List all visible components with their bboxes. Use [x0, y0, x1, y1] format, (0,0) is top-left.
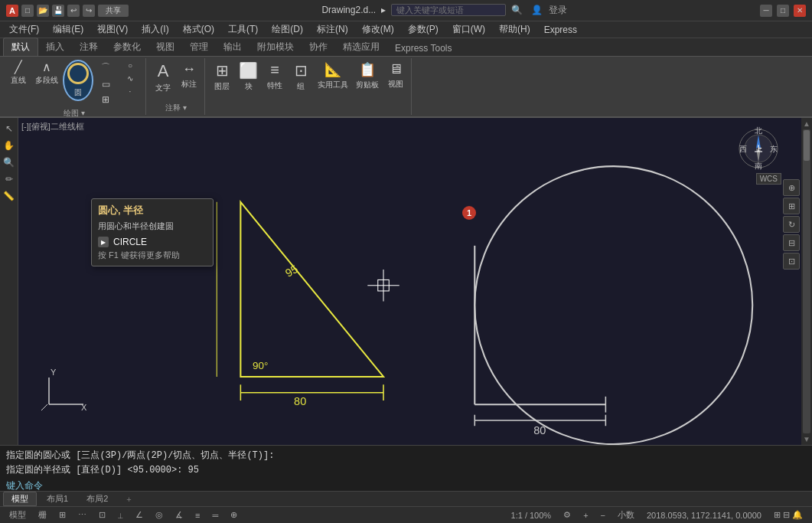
nav-btn-4[interactable]: ⊟	[783, 234, 800, 251]
block-label: 块	[245, 81, 253, 92]
ribbon-btn-ellipse[interactable]: ○	[118, 60, 142, 71]
v-scrollbar[interactable]: ▲ ▼	[801, 118, 812, 445]
minimize-btn[interactable]: ─	[760, 5, 772, 17]
menu-file[interactable]: 文件(F)	[3, 21, 45, 38]
tab-featured[interactable]: 精选应用	[335, 38, 387, 56]
cmd-input[interactable]	[46, 481, 806, 492]
user-icon[interactable]: 👤	[531, 5, 543, 15]
tab-output[interactable]: 输出	[216, 38, 249, 56]
status-gear[interactable]: ⚙	[560, 510, 574, 520]
search-icon[interactable]: 🔍	[511, 5, 523, 15]
tab-view[interactable]: 视图	[148, 38, 182, 56]
ribbon-btn-hatch[interactable]: ⊞	[95, 93, 116, 106]
ribbon-btn-dimension[interactable]: ↔ 标注	[177, 60, 201, 91]
maximize-btn[interactable]: □	[777, 5, 789, 17]
ribbon-btn-group[interactable]: ⊡ 组	[289, 60, 313, 93]
menu-tools[interactable]: 工具(T)	[222, 21, 264, 38]
status-model[interactable]: 模型	[6, 509, 29, 521]
ribbon-btn-block[interactable]: ⬜ 块	[236, 60, 261, 93]
login-label[interactable]: 登录	[549, 5, 567, 15]
status-decimal[interactable]: 小数	[615, 509, 638, 521]
layout-tab-1[interactable]: 布局1	[38, 492, 77, 506]
tab-manage[interactable]: 管理	[182, 38, 216, 56]
tab-default[interactable]: 默认	[3, 38, 38, 56]
ribbon-btn-point[interactable]: ·	[118, 86, 142, 97]
undo-btn[interactable]: ↩	[67, 5, 80, 17]
scroll-thumb[interactable]	[804, 130, 810, 161]
ribbon-btn-polyline[interactable]: ∧ 多段线	[32, 60, 61, 87]
status-tp[interactable]: ⊕	[227, 510, 240, 520]
ribbon-btn-utilities[interactable]: 📐 实用工具	[315, 60, 351, 92]
ribbon-btn-circle[interactable]: 圆	[63, 60, 93, 101]
status-snap2[interactable]: ⊡	[96, 510, 109, 520]
ribbon-btn-clipboard[interactable]: 📋 剪贴板	[353, 60, 382, 92]
status-plus[interactable]: +	[580, 511, 591, 520]
menu-help[interactable]: 帮助(H)	[493, 21, 536, 38]
status-3d[interactable]: ∡	[172, 510, 186, 520]
status-scale[interactable]: 1:1 / 100%	[508, 511, 555, 520]
layout-tab-model[interactable]: 模型	[3, 492, 37, 506]
status-grid[interactable]: 栅	[35, 509, 50, 521]
nav-btn-2[interactable]: ⊞	[783, 198, 800, 214]
menu-modify[interactable]: 修改(M)	[356, 21, 400, 38]
ltool-pan[interactable]: ✋	[2, 138, 17, 153]
status-polar[interactable]: ∠	[132, 510, 146, 520]
menu-express[interactable]: Express	[538, 23, 583, 37]
nav-btn-5[interactable]: ⊡	[783, 253, 800, 270]
status-icons-right[interactable]: ⊞ ⊟ 🔔	[771, 510, 806, 520]
ltool-draw[interactable]: ✏	[2, 172, 17, 187]
ribbon-btn-line[interactable]: ╱ 直线	[6, 60, 31, 87]
hatch-icon: ⊞	[102, 94, 109, 105]
redo-btn[interactable]: ↪	[83, 5, 95, 17]
tab-addons[interactable]: 附加模块	[249, 38, 302, 56]
ltool-zoom[interactable]: 🔍	[2, 155, 17, 170]
nav-btn-3[interactable]: ↻	[783, 216, 800, 233]
status-lw[interactable]: ═	[209, 511, 221, 520]
menu-insert[interactable]: 插入(I)	[135, 21, 174, 38]
scroll-track[interactable]	[803, 129, 810, 433]
menu-edit[interactable]: 编辑(E)	[47, 21, 90, 38]
tab-insert[interactable]: 插入	[38, 38, 72, 56]
status-osnap[interactable]: ◎	[152, 510, 166, 520]
ribbon-btn-text[interactable]: A 文字	[151, 60, 175, 95]
tab-express[interactable]: Express Tools	[387, 41, 459, 56]
ribbon-btn-spline[interactable]: ∿	[118, 73, 142, 84]
close-btn[interactable]: ✕	[794, 5, 806, 17]
ribbon-btn-rect[interactable]: ▭	[95, 77, 116, 91]
status-minus[interactable]: −	[598, 511, 608, 520]
open-btn[interactable]: 📂	[37, 5, 49, 17]
wcs-label[interactable]: WCS	[756, 173, 781, 185]
search-input[interactable]	[391, 4, 506, 16]
menu-params[interactable]: 参数(P)	[402, 21, 445, 38]
share-btn[interactable]: 共享	[98, 5, 129, 17]
menu-view[interactable]: 视图(V)	[91, 21, 134, 38]
ribbon-btn-properties[interactable]: ≡ 特性	[263, 60, 287, 93]
nav-btn-1[interactable]: ⊕	[783, 179, 800, 196]
ltool-select[interactable]: ↖	[2, 121, 17, 136]
status-snap[interactable]: ⋯	[75, 510, 90, 520]
canvas-area[interactable]: [-][俯视]二维线框 北 东 南 西 上 WCS 95	[18, 118, 812, 445]
app-icon[interactable]: A	[6, 5, 18, 17]
status-ortho[interactable]: ⟂	[115, 511, 126, 520]
menu-draw[interactable]: 绘图(D)	[266, 21, 309, 38]
menu-annotate[interactable]: 标注(N)	[311, 21, 354, 38]
tab-parametric[interactable]: 参数化	[106, 38, 148, 56]
scroll-up-icon[interactable]: ▲	[803, 119, 810, 128]
status-dyn[interactable]: ≡	[192, 511, 203, 520]
line-icon: ╱	[15, 61, 22, 74]
layout-tab-add[interactable]: +	[118, 493, 139, 505]
ltool-measure[interactable]: 📏	[2, 188, 17, 204]
ribbon-btn-view2[interactable]: 🖥 视图	[383, 60, 408, 91]
scroll-down-icon[interactable]: ▼	[803, 435, 810, 443]
tab-collaborate[interactable]: 协作	[302, 38, 335, 56]
tab-annotate[interactable]: 注释	[72, 38, 106, 56]
menu-window[interactable]: 窗口(W)	[446, 21, 491, 38]
layout-tab-2[interactable]: 布局2	[78, 492, 116, 506]
menu-format[interactable]: 格式(O)	[177, 21, 220, 38]
ribbon-btn-layer[interactable]: ⊞ 图层	[210, 60, 234, 93]
window-title: Drawing2.d... ▸ 🔍 👤 登录	[321, 4, 566, 17]
new-btn[interactable]: □	[21, 5, 34, 17]
status-grid-icon[interactable]: ⊞	[56, 510, 69, 520]
save-btn[interactable]: 💾	[52, 5, 64, 17]
ribbon-btn-arc[interactable]: ⌒	[95, 60, 116, 76]
